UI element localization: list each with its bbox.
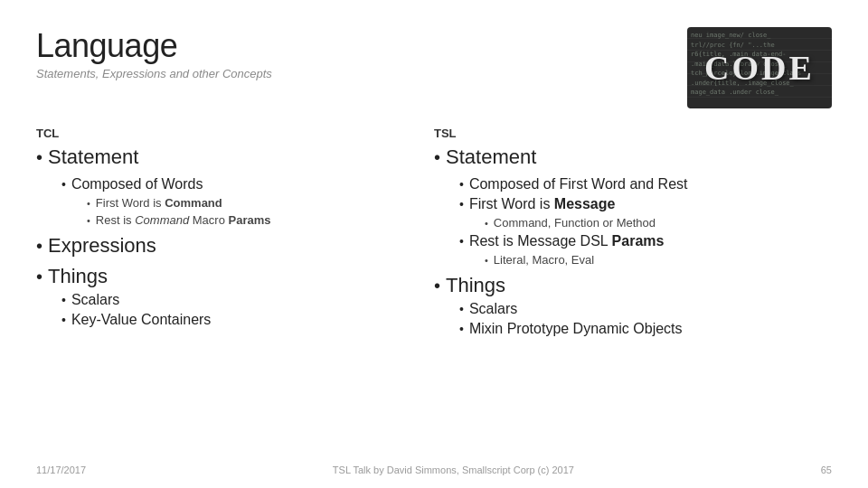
tsl-mixin: Mixin Prototype Dynamic Objects [459, 321, 814, 337]
params-bold-tsl: Params [612, 233, 665, 249]
page-subtitle: Statements, Expressions and other Concep… [36, 67, 272, 80]
page-title: Language [36, 27, 272, 65]
tcl-statement: Statement [36, 145, 416, 169]
tsl-firstword: First Word is Message [459, 196, 814, 212]
slide: Language Statements, Expressions and oth… [0, 0, 868, 488]
tcl-composed: Composed of Words [61, 176, 416, 192]
header: Language Statements, Expressions and oth… [36, 27, 832, 108]
tsl-label: TSL [434, 127, 814, 140]
command-italic: Command [135, 213, 189, 227]
tcl-rest: Rest is Command Macro Params [87, 213, 416, 227]
footer-center: TSL Talk by David Simmons, Smallscript C… [333, 465, 574, 475]
footer: 11/17/2017 TSL Talk by David Simmons, Sm… [36, 465, 832, 475]
params-bold: Params [229, 213, 271, 227]
tsl-composed: Composed of First Word and Rest [459, 176, 814, 192]
tsl-statement: Statement [434, 145, 814, 169]
tcl-firstword: First Word is Command [87, 196, 416, 210]
code-word: CODE [704, 48, 815, 88]
command-bold: Command [165, 196, 222, 210]
footer-date: 11/17/2017 [36, 465, 86, 475]
code-image: neu image_new/ close_ trl//proc {fn/ "..… [687, 27, 832, 108]
title-block: Language Statements, Expressions and oth… [36, 27, 272, 80]
tcl-column: TCL Statement Composed of Words First Wo… [36, 127, 434, 340]
tsl-rest-message: Rest is Message DSL Params [459, 233, 814, 249]
tcl-scalars: Scalars [61, 292, 416, 308]
tsl-scalars: Scalars [459, 301, 814, 317]
tsl-literal: Literal, Macro, Eval [485, 253, 814, 267]
footer-page: 65 [821, 465, 832, 475]
tcl-things: Things [36, 265, 416, 288]
tsl-things: Things [434, 274, 814, 297]
tcl-expressions: Expressions [36, 234, 416, 258]
tcl-keyvalue: Key-Value Containers [61, 312, 416, 328]
message-bold: Message [554, 196, 616, 211]
tsl-command-function: Command, Function or Method [485, 216, 814, 230]
content: TCL Statement Composed of Words First Wo… [36, 127, 832, 340]
tsl-column: TSL Statement Composed of First Word and… [434, 127, 832, 340]
tcl-label: TCL [36, 127, 416, 140]
